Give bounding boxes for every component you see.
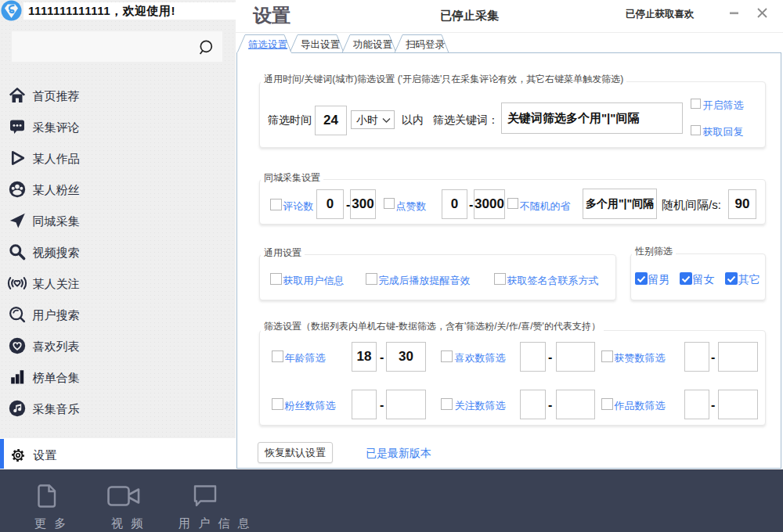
svg-text:扫码登录: 扫码登录 (406, 39, 446, 50)
svg-text:筛选设置: 筛选设置 (248, 39, 288, 50)
svg-text:功能设置: 功能设置 (352, 39, 393, 50)
svg-text:导出设置: 导出设置 (301, 39, 341, 50)
